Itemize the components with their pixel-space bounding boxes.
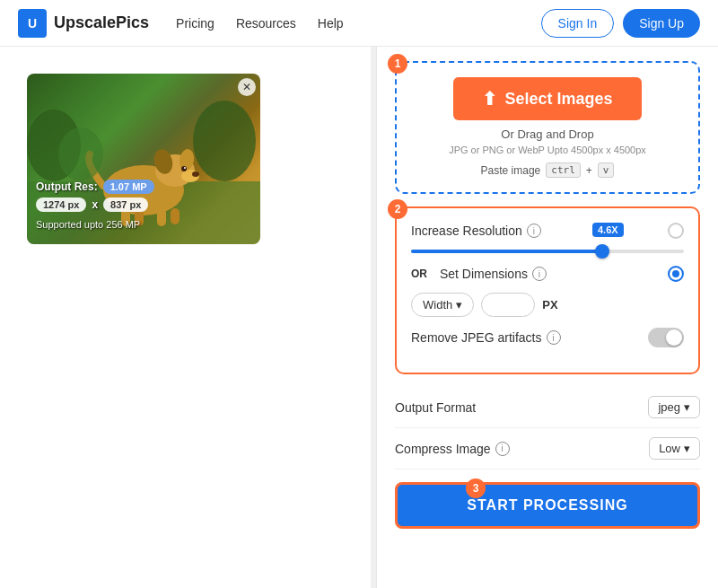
svg-point-8 <box>184 167 186 169</box>
remove-artifacts-label: Remove JPEG artifacts i <box>411 330 561 345</box>
left-panel: ✕ Output Res: 1.07 MP 1274 px x 837 px S… <box>0 47 377 588</box>
output-format-select[interactable]: jpeg ▾ <box>648 396 700 418</box>
increase-resolution-row: Increase Resolution i <box>411 223 684 239</box>
start-btn-wrapper: 3 START PROCESSING <box>395 470 700 541</box>
slider-track: 4.6X <box>411 250 684 253</box>
output-res-label: Output Res: <box>36 180 98 193</box>
output-format-label: Output Format <box>395 400 476 415</box>
svg-point-14 <box>58 127 103 181</box>
logo-text: UpscalePics <box>54 13 149 32</box>
slider-fill <box>411 250 602 253</box>
slider-container: 4.6X <box>411 250 684 253</box>
image-info-overlay: Output Res: 1.07 MP 1274 px x 837 px Sup… <box>36 180 154 232</box>
logo: U UpscalePics <box>18 9 149 38</box>
svg-rect-11 <box>157 208 166 226</box>
unit-label: PX <box>542 298 557 312</box>
svg-point-15 <box>193 101 256 181</box>
paste-row: Paste image ctrl + v <box>411 162 684 178</box>
navbar: U UpscalePics Pricing Resources Help Sig… <box>0 0 718 47</box>
scrollbar[interactable] <box>371 47 376 588</box>
output-format-chevron: ▾ <box>684 400 690 414</box>
main-content: ✕ Output Res: 1.07 MP 1274 px x 837 px S… <box>0 47 718 588</box>
logo-icon: U <box>18 9 47 38</box>
format-text: JPG or PNG or WebP Upto 4500px x 4500px <box>411 145 684 155</box>
close-button[interactable]: ✕ <box>238 78 256 96</box>
select-images-button[interactable]: ⬆ Select Images <box>453 77 641 120</box>
upload-icon: ⬆ <box>482 88 497 110</box>
compress-image-label: Compress Image i <box>395 442 510 456</box>
dimensions-row: Width ▾ 0 PX <box>411 293 684 317</box>
svg-rect-12 <box>171 208 180 224</box>
set-dim-info-icon[interactable]: i <box>532 267 547 281</box>
image-preview: ✕ Output Res: 1.07 MP 1274 px x 837 px S… <box>27 74 260 244</box>
mp-value: 1.07 MP <box>103 180 154 194</box>
width-chevron-icon: ▾ <box>456 298 462 312</box>
settings-box: 2 Increase Resolution i 4.6X <box>395 206 700 374</box>
width-input[interactable]: 0 <box>481 293 535 317</box>
width-value: 1274 px <box>36 197 86 212</box>
svg-point-7 <box>181 166 187 171</box>
start-processing-button[interactable]: START PROCESSING <box>395 482 700 529</box>
set-dimensions-row: OR Set Dimensions i <box>411 266 684 282</box>
toggle-knob <box>666 329 682 346</box>
height-value: 837 px <box>103 197 148 212</box>
artifacts-info-icon[interactable]: i <box>547 330 561 345</box>
nav-actions: Sign In Sign Up <box>541 9 700 38</box>
nav-resources[interactable]: Resources <box>236 16 296 31</box>
slider-label: 4.6X <box>592 223 624 237</box>
output-format-value: jpeg <box>658 400 680 414</box>
upload-step-badge: 1 <box>388 54 407 74</box>
set-dimensions-label: OR Set Dimensions i <box>411 267 547 281</box>
settings-step-badge: 2 <box>388 199 407 219</box>
svg-point-6 <box>192 171 199 177</box>
slider-thumb[interactable]: 4.6X <box>595 244 609 259</box>
nav-pricing[interactable]: Pricing <box>176 16 215 31</box>
drag-drop-text: Or Drag and Drop <box>411 127 684 141</box>
paste-label: Paste image <box>481 164 541 177</box>
compress-select[interactable]: Low ▾ <box>649 437 700 460</box>
ctrl-key: ctrl <box>546 162 581 178</box>
width-select[interactable]: Width ▾ <box>411 293 474 317</box>
nav-links: Pricing Resources Help <box>176 16 541 31</box>
artifacts-toggle[interactable] <box>648 328 684 347</box>
supported-label: Supported upto 256 MP <box>36 219 140 230</box>
start-step-badge: 3 <box>466 478 486 498</box>
compress-value: Low <box>659 442 680 455</box>
signup-button[interactable]: Sign Up <box>623 9 700 38</box>
set-dimensions-radio[interactable] <box>668 266 684 282</box>
right-panel: 1 ⬆ Select Images Or Drag and Drop JPG o… <box>377 47 718 588</box>
compress-info-icon[interactable]: i <box>495 442 510 456</box>
select-images-label: Select Images <box>504 90 612 109</box>
remove-artifacts-row: Remove JPEG artifacts i <box>411 328 684 347</box>
nav-help[interactable]: Help <box>318 16 344 31</box>
increase-resolution-radio[interactable] <box>668 223 684 239</box>
compress-chevron: ▾ <box>684 442 690 455</box>
increase-res-info-icon[interactable]: i <box>527 224 541 238</box>
v-key: v <box>598 162 615 178</box>
increase-resolution-label: Increase Resolution i <box>411 224 541 238</box>
upload-box: 1 ⬆ Select Images Or Drag and Drop JPG o… <box>395 61 700 194</box>
output-format-row: Output Format jpeg ▾ <box>395 387 700 428</box>
paste-plus: + <box>586 164 592 177</box>
x-label: x <box>92 198 98 211</box>
compress-image-row: Compress Image i Low ▾ <box>395 428 700 470</box>
signin-button[interactable]: Sign In <box>541 9 615 38</box>
